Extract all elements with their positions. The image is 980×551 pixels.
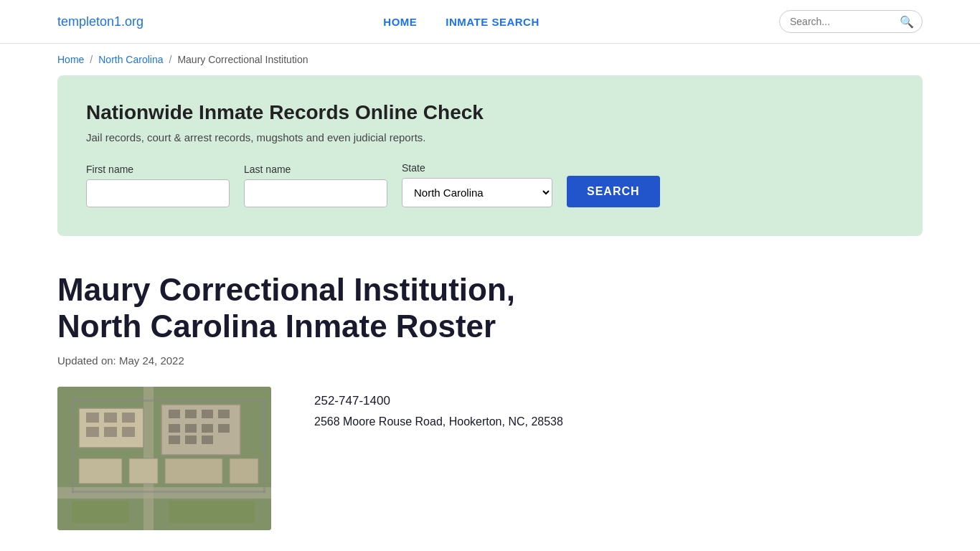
state-select[interactable]: North Carolina Alabama Alaska Arizona Ca… xyxy=(402,178,552,207)
svg-rect-17 xyxy=(185,424,197,433)
facility-aerial-image xyxy=(57,387,271,530)
search-button[interactable]: SEARCH xyxy=(567,176,660,207)
last-name-group: Last name xyxy=(244,164,387,207)
search-panel-title: Nationwide Inmate Records Online Check xyxy=(86,101,894,124)
first-name-label: First name xyxy=(86,164,230,175)
svg-rect-26 xyxy=(230,458,258,484)
svg-rect-6 xyxy=(104,413,117,423)
svg-rect-22 xyxy=(202,435,213,444)
site-header: templeton1.org HOME INMATE SEARCH 🔍 xyxy=(0,0,980,44)
nav-inmate-search[interactable]: INMATE SEARCH xyxy=(446,16,539,28)
svg-rect-28 xyxy=(72,400,74,493)
state-label: State xyxy=(402,162,552,174)
svg-rect-31 xyxy=(169,501,255,523)
svg-rect-16 xyxy=(169,424,180,433)
svg-rect-32 xyxy=(72,501,129,523)
svg-rect-27 xyxy=(72,400,265,402)
first-name-group: First name xyxy=(86,164,230,207)
nav-home[interactable]: HOME xyxy=(383,16,417,28)
facility-address: 2568 Moore Rouse Road, Hookerton, NC, 28… xyxy=(314,415,563,428)
site-logo[interactable]: templeton1.org xyxy=(57,14,143,29)
svg-rect-24 xyxy=(129,458,158,484)
svg-rect-12 xyxy=(169,410,180,418)
svg-rect-25 xyxy=(165,458,222,484)
first-name-input[interactable] xyxy=(86,179,230,207)
svg-rect-8 xyxy=(86,427,99,437)
svg-rect-23 xyxy=(79,458,122,484)
breadcrumb-institution: Maury Correctional Institution xyxy=(177,54,308,65)
page-title: Maury Correctional Institution, North Ca… xyxy=(57,272,560,344)
header-search-input[interactable] xyxy=(779,10,923,33)
breadcrumb-sep-1: / xyxy=(90,54,93,65)
last-name-label: Last name xyxy=(244,164,387,175)
svg-rect-20 xyxy=(169,435,180,444)
main-nav: HOME INMATE SEARCH xyxy=(383,16,539,28)
svg-rect-18 xyxy=(202,424,213,433)
svg-rect-10 xyxy=(122,427,135,437)
facility-info: 252-747-1400 2568 Moore Rouse Road, Hook… xyxy=(314,387,563,428)
svg-rect-29 xyxy=(72,491,265,493)
svg-rect-15 xyxy=(218,410,230,418)
svg-rect-9 xyxy=(104,427,117,437)
header-search-wrap: 🔍 xyxy=(779,10,923,33)
svg-rect-21 xyxy=(185,435,197,444)
breadcrumb-home[interactable]: Home xyxy=(57,54,84,65)
breadcrumb-state[interactable]: North Carolina xyxy=(98,54,163,65)
last-name-input[interactable] xyxy=(244,179,387,207)
main-content: Maury Correctional Institution, North Ca… xyxy=(0,258,980,551)
search-panel: Nationwide Inmate Records Online Check J… xyxy=(57,75,923,236)
svg-rect-14 xyxy=(202,410,213,418)
svg-rect-30 xyxy=(263,400,265,493)
breadcrumb-sep-2: / xyxy=(169,54,172,65)
updated-text: Updated on: May 24, 2022 xyxy=(57,354,923,367)
svg-rect-5 xyxy=(86,413,99,423)
svg-rect-7 xyxy=(122,413,135,423)
search-panel-subtitle: Jail records, court & arrest records, mu… xyxy=(86,131,894,143)
state-group: State North Carolina Alabama Alaska Ariz… xyxy=(402,162,552,207)
content-row: 252-747-1400 2568 Moore Rouse Road, Hook… xyxy=(57,387,923,530)
search-fields: First name Last name State North Carolin… xyxy=(86,162,894,207)
svg-rect-13 xyxy=(185,410,197,418)
svg-rect-19 xyxy=(218,424,230,433)
facility-phone: 252-747-1400 xyxy=(314,394,563,408)
breadcrumb: Home / North Carolina / Maury Correction… xyxy=(0,44,980,75)
